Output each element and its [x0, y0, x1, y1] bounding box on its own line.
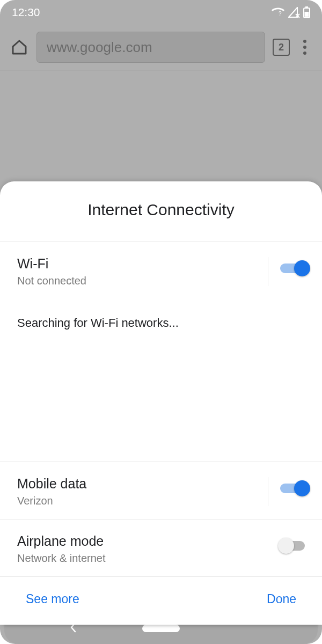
device-frame: 12:30 ? www.google.com: [0, 0, 322, 644]
mobile-data-toggle[interactable]: [280, 479, 308, 496]
airplane-mode-sublabel: Network & internet: [17, 552, 261, 565]
home-icon: [11, 39, 28, 56]
wifi-question-icon: ?: [271, 6, 285, 18]
tab-count: 2: [279, 42, 284, 53]
mobile-data-label: Mobile data: [17, 476, 261, 492]
home-pill[interactable]: [142, 625, 180, 632]
svg-rect-3: [305, 12, 309, 17]
sheet-title: Internet Connectivity: [0, 181, 322, 241]
airplane-mode-label: Airplane mode: [17, 533, 261, 549]
airplane-mode-toggle[interactable]: [280, 537, 308, 554]
airplane-mode-row[interactable]: Airplane mode Network & internet: [0, 519, 322, 576]
status-time: 12:30: [12, 6, 40, 19]
wifi-label: Wi-Fi: [17, 256, 261, 272]
signal-x-icon: [288, 7, 300, 18]
more-vert-icon: [303, 40, 306, 43]
sheet-footer: See more Done: [0, 577, 322, 625]
row-separator: [268, 257, 268, 286]
row-separator: [268, 477, 268, 506]
wifi-search-status: Searching for Wi-Fi networks...: [0, 299, 322, 462]
status-bar: 12:30 ?: [0, 0, 322, 25]
battery-icon: [303, 6, 310, 18]
see-more-button[interactable]: See more: [26, 592, 79, 606]
svg-rect-2: [305, 6, 308, 8]
wifi-sublabel: Not connected: [17, 275, 261, 287]
browser-toolbar: www.google.com 2: [0, 25, 322, 70]
mobile-data-sublabel: Verizon: [17, 495, 261, 507]
wifi-toggle[interactable]: [280, 259, 308, 276]
done-button[interactable]: Done: [267, 592, 296, 606]
tabs-button[interactable]: 2: [273, 39, 290, 56]
svg-text:?: ?: [279, 11, 282, 17]
toolbar-divider: [0, 70, 322, 70]
home-button[interactable]: [10, 38, 29, 57]
wifi-row[interactable]: Wi-Fi Not connected: [0, 242, 322, 299]
mobile-data-row[interactable]: Mobile data Verizon: [0, 462, 322, 519]
url-text: www.google.com: [47, 39, 152, 56]
url-bar[interactable]: www.google.com: [36, 32, 265, 63]
connectivity-bottom-sheet: Internet Connectivity Wi-Fi Not connecte…: [0, 181, 322, 625]
overflow-menu-button[interactable]: [297, 36, 312, 58]
status-icons: ?: [271, 6, 310, 18]
